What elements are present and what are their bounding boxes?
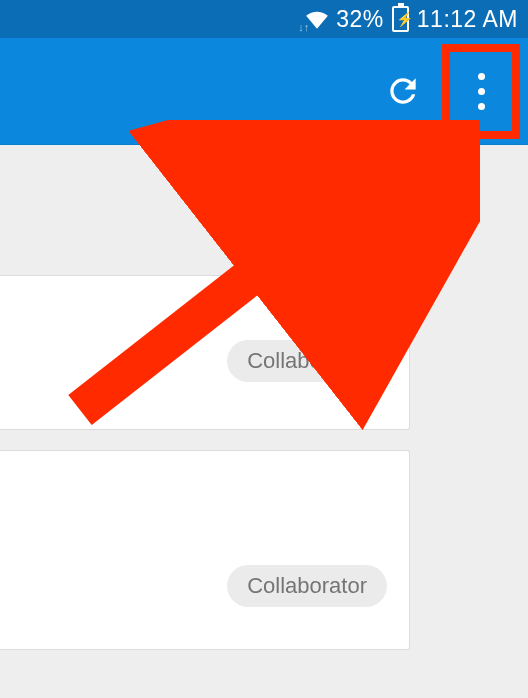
refresh-button[interactable] <box>374 62 432 120</box>
battery-percent: 32% <box>336 6 384 33</box>
app-bar <box>0 38 528 145</box>
highlight-box <box>442 44 520 139</box>
wifi-icon: ↓↑ <box>304 9 330 29</box>
refresh-icon <box>384 72 422 110</box>
role-badge: Collaborator <box>227 565 387 607</box>
battery-icon: ⚡ <box>392 6 409 32</box>
role-badge: Collaborator <box>227 340 387 382</box>
status-bar: ↓↑ 32% ⚡ 11:12 AM <box>0 0 528 38</box>
content-area: Collaborator Collaborator <box>0 145 528 650</box>
overflow-menu-button[interactable] <box>442 44 520 139</box>
list-item[interactable]: Collaborator <box>0 450 410 650</box>
clock: 11:12 AM <box>417 6 518 33</box>
list-item[interactable]: Collaborator <box>0 275 410 430</box>
